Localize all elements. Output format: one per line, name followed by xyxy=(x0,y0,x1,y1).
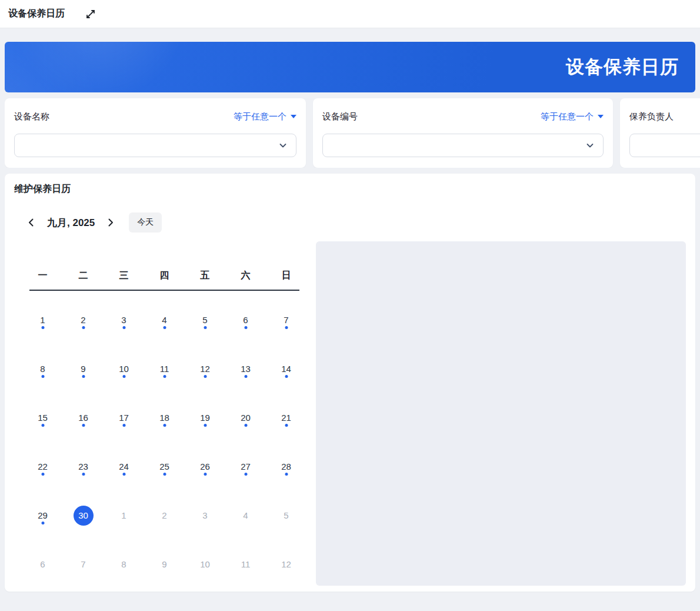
day-cell[interactable]: 13 xyxy=(225,344,266,393)
day-cell[interactable]: 25 xyxy=(144,442,185,491)
event-dot xyxy=(163,375,166,378)
day-number: 26 xyxy=(200,461,210,471)
day-cell[interactable]: 2 xyxy=(63,295,104,344)
maintenance-owner-select[interactable] xyxy=(629,134,700,157)
weekday-header: 日 xyxy=(266,261,306,290)
next-month-button[interactable] xyxy=(104,216,117,229)
event-dot xyxy=(82,473,85,476)
event-dot xyxy=(204,326,206,329)
day-cell[interactable]: 8 xyxy=(104,540,144,589)
day-cell[interactable]: 28 xyxy=(266,442,306,491)
day-cell[interactable]: 11 xyxy=(225,540,266,589)
day-cell[interactable]: 9 xyxy=(144,540,185,589)
day-number: 12 xyxy=(281,559,291,569)
day-number: 11 xyxy=(241,559,251,569)
day-number: 2 xyxy=(162,510,166,520)
weekday-header: 一 xyxy=(22,261,63,290)
day-cell[interactable]: 4 xyxy=(225,491,266,540)
day-cell[interactable]: 21 xyxy=(266,393,306,442)
day-cell[interactable]: 2 xyxy=(144,491,185,540)
selected-day: 30 xyxy=(74,506,94,526)
day-number: 10 xyxy=(119,364,129,374)
day-cell[interactable]: 1 xyxy=(104,491,144,540)
day-number: 22 xyxy=(38,461,48,471)
today-button[interactable]: 今天 xyxy=(129,212,162,233)
day-cell[interactable]: 6 xyxy=(225,295,266,344)
caret-down-icon xyxy=(291,115,296,118)
day-number: 3 xyxy=(202,510,207,520)
prev-month-button[interactable] xyxy=(25,216,38,229)
day-cell[interactable]: 7 xyxy=(63,540,104,589)
day-cell[interactable]: 8 xyxy=(22,344,63,393)
day-number: 2 xyxy=(81,315,85,325)
day-number: 17 xyxy=(119,413,129,423)
day-cell[interactable]: 18 xyxy=(144,393,185,442)
chevron-left-icon xyxy=(26,217,36,228)
day-cell[interactable]: 10 xyxy=(185,540,225,589)
day-cell[interactable]: 22 xyxy=(22,442,63,491)
day-cell[interactable]: 9 xyxy=(63,344,104,393)
event-dot xyxy=(285,326,288,329)
day-cell[interactable]: 12 xyxy=(266,540,306,589)
day-number: 24 xyxy=(119,461,129,471)
expand-button[interactable] xyxy=(85,8,96,20)
filter-operator-label: 等于任意一个 xyxy=(541,111,594,122)
day-cell[interactable]: 6 xyxy=(22,540,63,589)
filter-operator-label: 等于任意一个 xyxy=(234,111,286,122)
filter-card-maintenance-owner: 保养负责人 xyxy=(620,98,700,168)
event-dot xyxy=(244,473,247,476)
day-cell[interactable]: 5 xyxy=(185,295,225,344)
day-number: 20 xyxy=(241,413,251,423)
day-cell[interactable]: 20 xyxy=(225,393,266,442)
day-cell[interactable]: 23 xyxy=(63,442,104,491)
day-cell[interactable]: 14 xyxy=(266,344,306,393)
day-cell[interactable]: 24 xyxy=(104,442,144,491)
day-cell[interactable]: 19 xyxy=(185,393,225,442)
day-number: 21 xyxy=(281,413,291,423)
day-cell[interactable]: 29 xyxy=(22,491,63,540)
event-dot xyxy=(244,326,247,329)
weekday-header: 二 xyxy=(63,261,104,290)
day-cell[interactable]: 3 xyxy=(104,295,144,344)
day-cell[interactable]: 11 xyxy=(144,344,185,393)
event-dot xyxy=(163,473,166,476)
section-title: 维护保养日历 xyxy=(14,183,686,195)
day-number: 28 xyxy=(281,461,291,471)
day-cell[interactable]: 5 xyxy=(266,491,306,540)
day-number: 3 xyxy=(121,315,126,325)
day-cell[interactable]: 15 xyxy=(22,393,63,442)
event-dot xyxy=(41,326,44,329)
weekday-header: 四 xyxy=(144,261,185,290)
day-number: 16 xyxy=(78,413,88,423)
device-name-select[interactable] xyxy=(14,134,296,157)
event-dot xyxy=(285,424,288,427)
event-dot xyxy=(204,473,206,476)
event-dot xyxy=(163,326,166,329)
day-cell[interactable]: 4 xyxy=(144,295,185,344)
day-cell[interactable]: 12 xyxy=(185,344,225,393)
day-cell[interactable]: 30 xyxy=(63,491,104,540)
day-cell[interactable]: 17 xyxy=(104,393,144,442)
filter-operator-dropdown[interactable]: 等于任意一个 xyxy=(541,111,604,122)
day-number: 1 xyxy=(121,510,126,520)
event-dot xyxy=(204,375,206,378)
event-dot xyxy=(122,473,125,476)
day-cell[interactable]: 3 xyxy=(185,491,225,540)
day-number: 25 xyxy=(159,461,169,471)
filter-card-device-code: 设备编号 等于任意一个 xyxy=(313,98,613,168)
day-cell[interactable]: 1 xyxy=(22,295,63,344)
event-dot xyxy=(244,424,247,427)
day-cell[interactable]: 7 xyxy=(266,295,306,344)
day-number: 19 xyxy=(200,413,210,423)
day-cell[interactable]: 10 xyxy=(104,344,144,393)
day-cell[interactable]: 27 xyxy=(225,442,266,491)
event-dot xyxy=(41,522,44,524)
event-dot xyxy=(163,424,166,427)
device-code-select[interactable] xyxy=(322,134,604,157)
day-number: 5 xyxy=(284,510,288,520)
calendar-grid: 一二三四五六日123456789101112131415161718192021… xyxy=(22,241,306,589)
banner: 设备保养日历 xyxy=(5,42,695,92)
filter-operator-dropdown[interactable]: 等于任意一个 xyxy=(234,111,296,122)
day-cell[interactable]: 16 xyxy=(63,393,104,442)
day-cell[interactable]: 26 xyxy=(185,442,225,491)
